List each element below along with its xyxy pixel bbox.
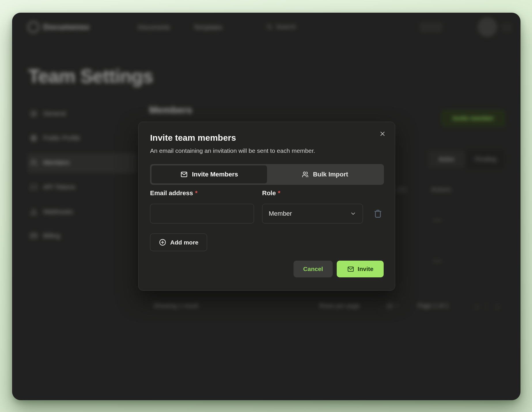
role-label-text: Role <box>262 189 276 197</box>
close-button[interactable] <box>378 129 387 139</box>
tab-bulk-import[interactable]: Bulk Import <box>267 165 383 183</box>
tab-label: Invite Members <box>192 171 238 178</box>
invite-mode-tabs: Invite Members Bulk Import <box>150 164 384 185</box>
add-more-button[interactable]: Add more <box>150 234 207 251</box>
dialog-subtitle: An email containing an invitation will b… <box>150 147 315 154</box>
required-marker: * <box>195 189 198 197</box>
email-address-label: Email address* <box>150 189 198 197</box>
role-selected-value: Member <box>269 210 292 217</box>
email-field[interactable] <box>150 204 254 223</box>
mail-icon <box>180 171 188 178</box>
tab-label: Bulk Import <box>313 171 348 178</box>
role-select[interactable]: Member <box>262 204 363 223</box>
dialog-title: Invite team members <box>150 133 236 143</box>
add-more-label: Add more <box>170 239 198 246</box>
mail-icon <box>347 266 354 273</box>
email-label-text: Email address <box>150 189 193 197</box>
tab-invite-members[interactable]: Invite Members <box>152 165 267 183</box>
users-icon <box>301 171 309 178</box>
circle-plus-icon <box>159 238 166 246</box>
chevron-down-icon <box>350 210 356 217</box>
cancel-button[interactable]: Cancel <box>294 261 333 277</box>
invite-label: Invite <box>358 266 374 272</box>
role-label: Role* <box>262 189 280 197</box>
remove-row-button[interactable] <box>373 208 384 219</box>
required-marker: * <box>278 189 281 197</box>
invite-team-members-dialog: Invite team members An email containing … <box>138 122 395 291</box>
invite-button[interactable]: Invite <box>337 261 384 277</box>
close-icon <box>379 130 386 137</box>
trash-icon <box>373 209 383 218</box>
